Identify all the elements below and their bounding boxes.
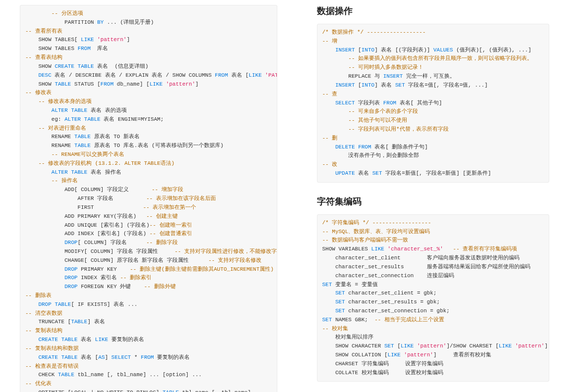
left-column: -- 分区选项 PARTITION BY ... (详细见手册) -- 查看所有… [0, 0, 287, 392]
code-block-data-ops: /* 数据操作 */ ------------------ -- 增 INSER… [317, 24, 550, 183]
code-block-tables: -- 分区选项 PARTITION BY ... (详细见手册) -- 查看所有… [20, 5, 277, 392]
right-column: 数据操作 /* 数据操作 */ ------------------ -- 增 … [287, 0, 574, 392]
code-block-charset: /* 字符集编码 */ ------------------ -- MySQL、… [317, 214, 550, 382]
heading-charset: 字符集编码 [317, 196, 550, 207]
heading-data-ops: 数据操作 [317, 5, 550, 17]
